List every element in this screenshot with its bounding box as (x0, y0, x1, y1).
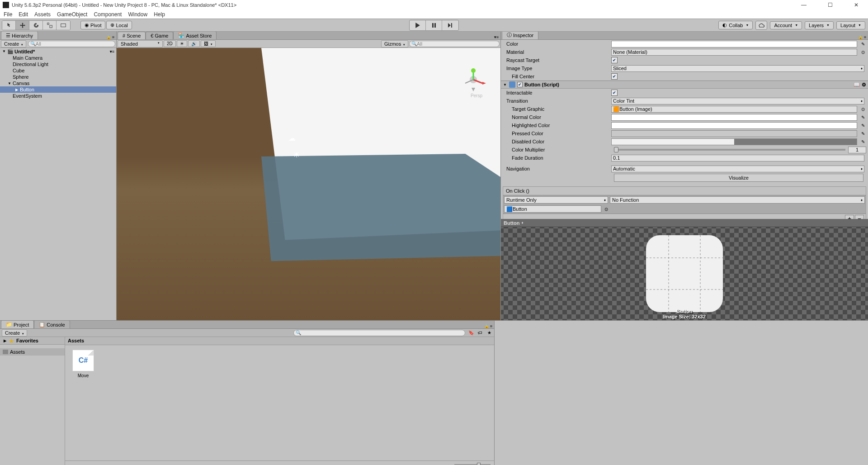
scene-viewport[interactable]: ☁ ☀ Persp (117, 48, 500, 320)
eyedropper-icon[interactable]: ✎ (860, 114, 866, 120)
interactable-checkbox[interactable]: ✔ (611, 90, 618, 96)
scene-light-toggle[interactable]: ☀ (177, 40, 187, 47)
highlighted-color-field[interactable] (611, 122, 857, 129)
navigation-dropdown[interactable]: Automatic♦ (611, 166, 864, 172)
object-picker-icon[interactable]: ⊙ (603, 206, 609, 212)
scene-audio-toggle[interactable]: 🔊 (188, 40, 200, 47)
favorites-header[interactable]: ▶★ Favorites (0, 337, 65, 345)
minimize-button[interactable]: — (795, 1, 813, 9)
search-star-icon[interactable]: ★ (486, 330, 492, 336)
material-field[interactable]: None (Material) (611, 49, 857, 56)
search-filter-icon[interactable]: 🏷 (477, 330, 483, 336)
scene-orientation-gizmo[interactable] (460, 66, 487, 93)
collab-dropdown[interactable]: ◐ Collab ▼ (718, 21, 753, 29)
menu-window[interactable]: Window (128, 11, 147, 18)
visualize-button[interactable]: Visualize (614, 174, 863, 182)
menu-file[interactable]: File (4, 11, 12, 18)
scene-2d-toggle[interactable]: 2D (164, 40, 176, 47)
color-multiplier-value[interactable]: 1 (848, 147, 866, 153)
hand-tool-button[interactable] (2, 21, 16, 30)
project-menu-icon[interactable]: ≡ (490, 324, 492, 328)
disabled-color-field[interactable] (611, 138, 857, 145)
onclick-remove-button[interactable]: − (855, 215, 864, 219)
menu-assets[interactable]: Assets (34, 11, 51, 18)
play-button[interactable] (410, 20, 426, 30)
object-picker-icon[interactable]: ⊙ (860, 106, 866, 112)
button-component-header[interactable]: ▼✔Button (Script)📖⚙ (501, 81, 868, 89)
normal-color-field[interactable] (611, 114, 857, 121)
inspector-lock-icon[interactable]: 🔒 (858, 35, 863, 39)
account-dropdown[interactable]: Account ▼ (770, 21, 802, 29)
component-gear-icon[interactable]: ⚙ (862, 82, 866, 88)
scene-gizmos-dropdown[interactable]: Gizmos ▾ (381, 40, 408, 47)
maximize-button[interactable]: ☐ (821, 1, 839, 9)
hierarchy-item-button[interactable]: ▶Button (0, 86, 116, 93)
tab-scene[interactable]: # Scene (118, 32, 146, 39)
onclick-add-button[interactable]: + (845, 215, 854, 219)
pivot-toggle-button[interactable]: ◉Pivot (80, 21, 105, 29)
tab-game[interactable]: € Game (146, 32, 173, 39)
hierarchy-item-directional-light[interactable]: Directional Light (0, 61, 116, 67)
onclick-runtime-dropdown[interactable]: Runtime Only♦ (504, 196, 608, 204)
transition-dropdown[interactable]: Color Tint♦ (611, 98, 864, 104)
scene-fx-toggle[interactable]: 🖼 ▾ (201, 40, 216, 47)
scene-search-input[interactable]: 🔍 All (409, 41, 500, 47)
layers-dropdown[interactable]: Layers ▼ (805, 21, 834, 29)
scale-tool-button[interactable] (43, 21, 57, 30)
scene-draw-mode-dropdown[interactable]: Shaded ▾ (118, 40, 163, 47)
local-toggle-button[interactable]: ⊕Local (106, 21, 132, 29)
menu-edit[interactable]: Edit (19, 11, 28, 18)
onclick-object-field[interactable]: 🟦 Button (504, 205, 601, 213)
cloud-button[interactable] (755, 21, 767, 30)
tab-console[interactable]: 📋 Console (34, 320, 70, 328)
image-type-dropdown[interactable]: Sliced♦ (611, 65, 864, 72)
hierarchy-item-cube[interactable]: Cube (0, 67, 116, 74)
hierarchy-search-input[interactable]: 🔍 All (28, 41, 115, 47)
hierarchy-item-main-camera[interactable]: Main Camera (0, 55, 116, 61)
inspector-menu-icon[interactable]: ≡ (864, 35, 866, 39)
color-field[interactable] (611, 41, 857, 47)
object-picker-icon[interactable]: ⊙ (860, 49, 866, 55)
move-tool-button[interactable] (16, 21, 29, 30)
pressed-color-field[interactable] (611, 130, 857, 137)
step-button[interactable] (442, 20, 458, 30)
tab-hierarchy[interactable]: ☰ Hierarchy (1, 31, 38, 39)
hierarchy-item-sphere[interactable]: Sphere (0, 74, 116, 80)
pause-button[interactable] (426, 20, 442, 30)
assets-folder[interactable]: Assets (0, 348, 65, 356)
layout-dropdown[interactable]: Layout ▼ (836, 21, 865, 29)
tab-inspector[interactable]: ⓘ Inspector (502, 30, 538, 39)
scene-root[interactable]: ▼🎬 Untitled*▾≡ (0, 48, 116, 55)
search-filter-icon[interactable]: 🔖 (468, 330, 474, 336)
scene-tab-menu-icon[interactable]: ▾≡ (494, 35, 499, 39)
tab-project[interactable]: 📁 Project (1, 320, 34, 328)
target-graphic-field[interactable]: 🟧 Button (Image) (611, 106, 857, 113)
menu-gameobject[interactable]: GameObject (57, 11, 87, 18)
eyedropper-icon[interactable]: ✎ (860, 130, 866, 137)
rect-tool-button[interactable] (57, 21, 70, 30)
project-search-input[interactable]: 🔍 (293, 330, 465, 336)
eyedropper-icon[interactable]: ✎ (860, 138, 866, 145)
color-multiplier-slider[interactable] (614, 149, 845, 151)
rotate-tool-button[interactable] (29, 21, 43, 30)
component-help-icon[interactable]: 📖 (854, 82, 860, 88)
preview-header[interactable]: Button ♦ (501, 219, 868, 227)
panel-lock-icon[interactable]: 🔒 (106, 35, 111, 39)
panel-menu-icon[interactable]: ≡ (112, 35, 114, 39)
menu-help[interactable]: Help (154, 11, 165, 18)
raycast-checkbox[interactable]: ✔ (611, 57, 618, 63)
project-lock-icon[interactable]: 🔒 (484, 324, 489, 328)
onclick-function-dropdown[interactable]: No Function♦ (610, 196, 865, 204)
tab-asset-store[interactable]: 🏪 Asset Store (173, 31, 217, 39)
fill-center-checkbox[interactable]: ✔ (611, 73, 618, 80)
hierarchy-item-eventsystem[interactable]: EventSystem (0, 93, 116, 99)
menu-component[interactable]: Component (94, 11, 122, 18)
close-button[interactable]: ✕ (847, 1, 865, 9)
asset-item-move[interactable]: C# Move (70, 350, 97, 378)
eyedropper-icon[interactable]: ✎ (860, 41, 866, 47)
hierarchy-item-canvas[interactable]: ▼Canvas (0, 80, 116, 86)
hierarchy-create-dropdown[interactable]: Create ▾ (1, 40, 26, 47)
project-create-dropdown[interactable]: Create ▾ (2, 329, 27, 337)
eyedropper-icon[interactable]: ✎ (860, 122, 866, 128)
fade-duration-field[interactable]: 0.1 (611, 155, 864, 161)
